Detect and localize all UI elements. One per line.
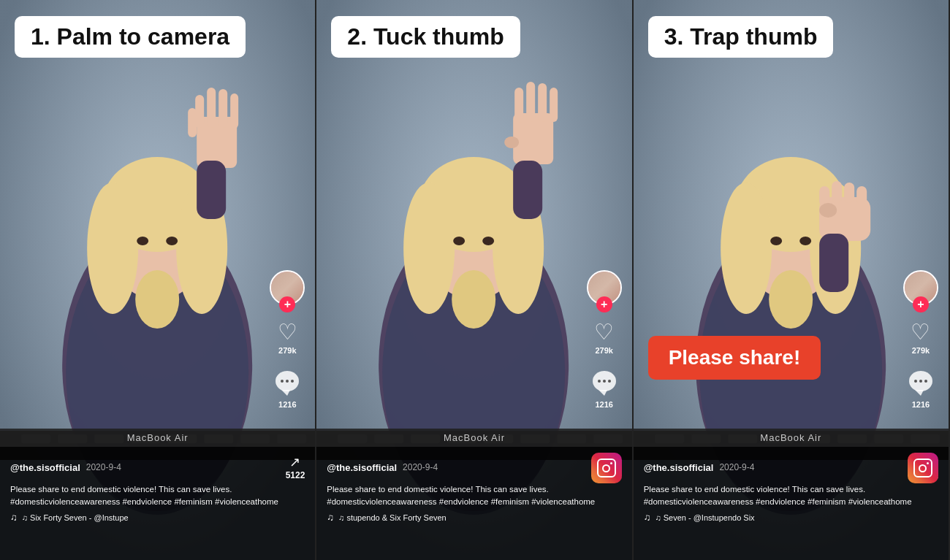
svg-rect-70 (832, 181, 842, 203)
svg-point-66 (770, 237, 782, 245)
user-row-3: @the.sisofficial 2020-9-4 ↗ 5122 (644, 454, 938, 480)
macbook-bar-3: MacBook Air (634, 429, 949, 447)
video-panel-3: 3. Trap thumb MacBook Air Please share! … (634, 0, 950, 560)
follow-button-3[interactable]: + (913, 296, 929, 312)
heart-icon-1: ♡ (274, 318, 300, 345)
bottom-info-1: @the.sisofficial 2020-9-4 ↗ 5122 Please … (0, 447, 315, 560)
svg-point-38 (453, 237, 465, 245)
svg-rect-17 (188, 108, 197, 137)
instagram-icon-3 (908, 453, 938, 483)
step-label-1: 1. Palm to camera (15, 16, 246, 58)
bottom-info-2: @the.sisofficial 2020-9-4 ↗ 5122 Please … (316, 447, 631, 560)
macbook-bar-1: MacBook Air (0, 429, 315, 447)
date-2: 2020-9-4 (403, 462, 438, 472)
music-note-1: ♫ (10, 512, 18, 523)
comment-icon-3 (908, 368, 934, 394)
svg-rect-72 (856, 186, 867, 204)
music-note-2: ♫ (327, 512, 334, 523)
share-count-1: 5122 (286, 470, 305, 480)
comment-icon-2 (591, 368, 618, 394)
svg-point-67 (799, 237, 811, 245)
music-text-1: ♫ Six Forty Seven - @Instupe (22, 513, 129, 522)
music-text-2: ♫ stupendo & Six Forty Seven (338, 513, 446, 522)
share-area-1[interactable]: ↗ 5122 (286, 454, 305, 480)
svg-rect-74 (819, 234, 848, 292)
avatar-2[interactable]: + (587, 270, 622, 305)
step-label-3: 3. Trap thumb (648, 16, 834, 58)
svg-point-9 (135, 270, 179, 329)
svg-point-63 (721, 183, 772, 314)
svg-rect-43 (538, 83, 547, 122)
svg-point-45 (504, 137, 519, 148)
svg-point-35 (403, 183, 455, 314)
avatar-area-3: + ♡ 279k 1216 (903, 270, 938, 409)
comment-count-3: 1216 (912, 400, 930, 409)
music-row-1: ♫ ♫ Six Forty Seven - @Instupe (10, 512, 305, 523)
macbook-bar-2: MacBook Air (316, 429, 631, 447)
video-panel-2: 2. Tuck thumb MacBook Air + ♡ 279k (316, 0, 633, 560)
music-row-3: ♫ ♫ Seven - @Instupendo Six (644, 512, 938, 523)
heart-count-3: 279k (912, 346, 930, 355)
svg-point-39 (482, 237, 494, 245)
please-share-badge: Please share! (648, 336, 821, 380)
video-panel-1: 1. Palm to camera MacBook Air + ♡ 279k (0, 0, 316, 560)
bottom-info-3: @the.sisofficial 2020-9-4 ↗ 5122 Please … (634, 447, 949, 560)
comment-count-1: 1216 (278, 400, 296, 409)
svg-rect-41 (514, 88, 523, 123)
caption-1: Please share to end domestic violence! T… (10, 483, 305, 507)
date-1: 2020-9-4 (86, 462, 121, 472)
svg-point-10 (137, 237, 148, 245)
user-row-1: @the.sisofficial 2020-9-4 ↗ 5122 (10, 454, 305, 480)
svg-point-73 (819, 203, 837, 218)
svg-rect-14 (207, 88, 216, 128)
svg-rect-42 (526, 82, 535, 122)
username-3: @the.sisofficial (644, 462, 714, 473)
comment-area-1[interactable]: 1216 (274, 368, 300, 409)
avatar-area-2: + ♡ 279k 1216 (587, 270, 622, 409)
instagram-overlay-3[interactable] (908, 453, 938, 483)
comment-area-2[interactable]: 1216 (591, 368, 618, 409)
heart-area-1[interactable]: ♡ 279k (274, 318, 300, 355)
heart-area-3[interactable]: ♡ 279k (908, 318, 934, 355)
share-icon-1: ↗ (289, 454, 300, 470)
svg-rect-46 (513, 161, 542, 219)
svg-rect-44 (550, 88, 558, 122)
heart-icon-2: ♡ (591, 318, 618, 345)
svg-rect-71 (844, 183, 854, 203)
svg-rect-15 (218, 89, 227, 128)
comment-icon-1 (274, 368, 300, 394)
follow-button-1[interactable]: + (279, 296, 295, 312)
caption-3: Please share to end domestic violence! T… (644, 483, 938, 507)
music-text-3: ♫ Seven - @Instupendo Six (655, 513, 754, 522)
music-row-2: ♫ ♫ stupendo & Six Forty Seven (327, 512, 621, 523)
step-label-2: 2. Tuck thumb (331, 16, 520, 58)
music-note-3: ♫ (644, 512, 651, 523)
heart-icon-3: ♡ (908, 318, 934, 345)
user-row-2: @the.sisofficial 2020-9-4 ↗ 5122 (327, 454, 621, 480)
heart-area-2[interactable]: ♡ 279k (591, 318, 618, 355)
avatar-3[interactable]: + (903, 270, 938, 305)
instagram-icon-2 (591, 453, 622, 483)
svg-point-7 (87, 183, 138, 314)
comment-area-3[interactable]: 1216 (908, 368, 934, 409)
avatar-1[interactable]: + (270, 270, 305, 305)
svg-point-65 (769, 270, 813, 329)
heart-count-1: 279k (278, 346, 296, 355)
svg-rect-16 (230, 93, 238, 129)
svg-point-11 (166, 237, 178, 245)
svg-rect-18 (197, 161, 226, 219)
follow-button-2[interactable]: + (596, 296, 612, 312)
caption-2: Please share to end domestic violence! T… (327, 483, 621, 507)
date-3: 2020-9-4 (719, 462, 754, 472)
username-1: @the.sisofficial (10, 462, 80, 473)
username-2: @the.sisofficial (327, 462, 397, 473)
avatar-area-1: + ♡ 279k 1216 (270, 270, 305, 409)
svg-point-37 (452, 270, 495, 329)
comment-count-2: 1216 (595, 400, 612, 409)
instagram-overlay-2[interactable] (591, 453, 622, 483)
heart-count-2: 279k (595, 346, 612, 355)
